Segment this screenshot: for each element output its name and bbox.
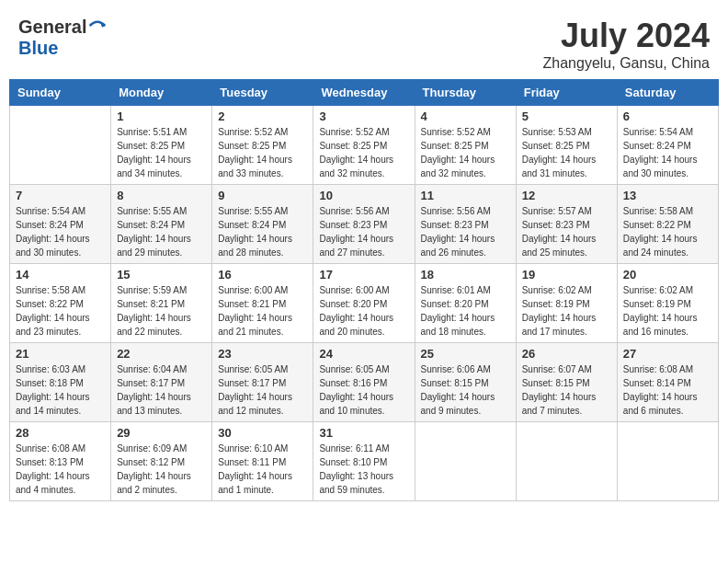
calendar-table: SundayMondayTuesdayWednesdayThursdayFrid… bbox=[9, 79, 719, 501]
day-number: 25 bbox=[421, 347, 510, 361]
calendar-day-cell: 20Sunrise: 6:02 AM Sunset: 8:19 PM Dayli… bbox=[617, 264, 718, 343]
calendar-week-row: 1Sunrise: 5:51 AM Sunset: 8:25 PM Daylig… bbox=[10, 106, 719, 185]
calendar-day-cell bbox=[617, 422, 718, 501]
day-info: Sunrise: 6:11 AM Sunset: 8:10 PM Dayligh… bbox=[319, 442, 408, 497]
logo-general-text: General bbox=[18, 17, 86, 38]
calendar-day-cell bbox=[516, 422, 617, 501]
day-info: Sunrise: 5:51 AM Sunset: 8:25 PM Dayligh… bbox=[117, 125, 206, 180]
calendar-day-cell bbox=[10, 106, 111, 185]
calendar-day-cell: 8Sunrise: 5:55 AM Sunset: 8:24 PM Daylig… bbox=[111, 185, 212, 264]
day-info: Sunrise: 5:59 AM Sunset: 8:21 PM Dayligh… bbox=[117, 283, 206, 339]
day-info: Sunrise: 5:56 AM Sunset: 8:23 PM Dayligh… bbox=[319, 204, 408, 259]
calendar-day-cell: 1Sunrise: 5:51 AM Sunset: 8:25 PM Daylig… bbox=[111, 106, 212, 185]
calendar-day-cell: 12Sunrise: 5:57 AM Sunset: 8:23 PM Dayli… bbox=[516, 185, 617, 264]
day-info: Sunrise: 6:10 AM Sunset: 8:11 PM Dayligh… bbox=[218, 442, 307, 497]
day-number: 16 bbox=[218, 268, 307, 282]
calendar-day-cell: 5Sunrise: 5:53 AM Sunset: 8:25 PM Daylig… bbox=[516, 106, 617, 185]
day-info: Sunrise: 6:03 AM Sunset: 8:18 PM Dayligh… bbox=[16, 362, 105, 418]
day-number: 20 bbox=[623, 268, 712, 282]
calendar-day-cell: 15Sunrise: 5:59 AM Sunset: 8:21 PM Dayli… bbox=[111, 264, 212, 343]
day-of-week-header: Friday bbox=[516, 80, 617, 106]
day-info: Sunrise: 6:08 AM Sunset: 8:14 PM Dayligh… bbox=[623, 362, 712, 418]
day-of-week-header: Saturday bbox=[617, 80, 718, 106]
calendar-day-cell: 14Sunrise: 5:58 AM Sunset: 8:22 PM Dayli… bbox=[10, 264, 111, 343]
day-number: 4 bbox=[421, 109, 510, 123]
day-info: Sunrise: 5:58 AM Sunset: 8:22 PM Dayligh… bbox=[623, 204, 712, 259]
day-number: 10 bbox=[319, 189, 408, 202]
calendar-day-cell: 23Sunrise: 6:05 AM Sunset: 8:17 PM Dayli… bbox=[212, 343, 313, 422]
title-area: July 2024 Zhangyelu, Gansu, China bbox=[543, 17, 710, 72]
calendar-day-cell: 28Sunrise: 6:08 AM Sunset: 8:13 PM Dayli… bbox=[10, 422, 111, 501]
calendar-day-cell: 11Sunrise: 5:56 AM Sunset: 8:23 PM Dayli… bbox=[415, 185, 516, 264]
day-number: 7 bbox=[16, 189, 105, 202]
day-number: 13 bbox=[623, 189, 712, 202]
day-info: Sunrise: 5:54 AM Sunset: 8:24 PM Dayligh… bbox=[623, 125, 712, 180]
calendar-day-cell: 16Sunrise: 6:00 AM Sunset: 8:21 PM Dayli… bbox=[212, 264, 313, 343]
calendar-day-cell: 17Sunrise: 6:00 AM Sunset: 8:20 PM Dayli… bbox=[313, 264, 415, 343]
day-info: Sunrise: 6:02 AM Sunset: 8:19 PM Dayligh… bbox=[522, 283, 611, 339]
calendar-day-cell: 6Sunrise: 5:54 AM Sunset: 8:24 PM Daylig… bbox=[617, 106, 718, 185]
calendar-day-cell: 29Sunrise: 6:09 AM Sunset: 8:12 PM Dayli… bbox=[111, 422, 212, 501]
calendar-week-row: 7Sunrise: 5:54 AM Sunset: 8:24 PM Daylig… bbox=[10, 185, 719, 264]
day-number: 6 bbox=[623, 109, 712, 123]
day-number: 24 bbox=[319, 347, 408, 361]
calendar-day-cell: 2Sunrise: 5:52 AM Sunset: 8:25 PM Daylig… bbox=[212, 106, 313, 185]
day-info: Sunrise: 6:00 AM Sunset: 8:21 PM Dayligh… bbox=[218, 283, 307, 339]
day-info: Sunrise: 5:54 AM Sunset: 8:24 PM Dayligh… bbox=[16, 204, 105, 259]
day-of-week-header: Monday bbox=[111, 80, 212, 106]
day-info: Sunrise: 6:02 AM Sunset: 8:19 PM Dayligh… bbox=[623, 283, 712, 339]
day-of-week-header: Thursday bbox=[415, 80, 516, 106]
calendar-day-cell: 10Sunrise: 5:56 AM Sunset: 8:23 PM Dayli… bbox=[313, 185, 415, 264]
calendar-day-cell bbox=[415, 422, 516, 501]
day-of-week-header: Sunday bbox=[10, 80, 111, 106]
day-number: 14 bbox=[16, 268, 105, 282]
day-number: 30 bbox=[218, 426, 307, 440]
day-number: 22 bbox=[117, 347, 206, 361]
calendar-day-cell: 3Sunrise: 5:52 AM Sunset: 8:25 PM Daylig… bbox=[313, 106, 415, 185]
day-number: 17 bbox=[319, 268, 408, 282]
day-number: 15 bbox=[117, 268, 206, 282]
day-info: Sunrise: 6:04 AM Sunset: 8:17 PM Dayligh… bbox=[117, 362, 206, 418]
day-number: 1 bbox=[117, 109, 206, 123]
day-number: 2 bbox=[218, 109, 307, 123]
day-info: Sunrise: 6:06 AM Sunset: 8:15 PM Dayligh… bbox=[421, 362, 510, 418]
day-info: Sunrise: 6:05 AM Sunset: 8:17 PM Dayligh… bbox=[218, 362, 307, 418]
day-info: Sunrise: 5:58 AM Sunset: 8:22 PM Dayligh… bbox=[16, 283, 105, 339]
logo-icon bbox=[88, 17, 107, 35]
day-info: Sunrise: 6:07 AM Sunset: 8:15 PM Dayligh… bbox=[522, 362, 611, 418]
calendar-week-row: 14Sunrise: 5:58 AM Sunset: 8:22 PM Dayli… bbox=[10, 264, 719, 343]
day-number: 9 bbox=[218, 189, 307, 202]
calendar-day-cell: 22Sunrise: 6:04 AM Sunset: 8:17 PM Dayli… bbox=[111, 343, 212, 422]
logo: General Blue bbox=[18, 17, 107, 59]
day-info: Sunrise: 5:55 AM Sunset: 8:24 PM Dayligh… bbox=[117, 204, 206, 259]
day-info: Sunrise: 5:57 AM Sunset: 8:23 PM Dayligh… bbox=[522, 204, 611, 259]
calendar-day-cell: 4Sunrise: 5:52 AM Sunset: 8:25 PM Daylig… bbox=[415, 106, 516, 185]
day-info: Sunrise: 6:01 AM Sunset: 8:20 PM Dayligh… bbox=[421, 283, 510, 339]
day-info: Sunrise: 5:52 AM Sunset: 8:25 PM Dayligh… bbox=[421, 125, 510, 180]
day-info: Sunrise: 5:56 AM Sunset: 8:23 PM Dayligh… bbox=[421, 204, 510, 259]
day-number: 26 bbox=[522, 347, 611, 361]
calendar-day-cell: 18Sunrise: 6:01 AM Sunset: 8:20 PM Dayli… bbox=[415, 264, 516, 343]
calendar-week-row: 21Sunrise: 6:03 AM Sunset: 8:18 PM Dayli… bbox=[10, 343, 719, 422]
day-of-week-header: Wednesday bbox=[313, 80, 415, 106]
calendar-day-cell: 24Sunrise: 6:05 AM Sunset: 8:16 PM Dayli… bbox=[313, 343, 415, 422]
day-number: 11 bbox=[421, 189, 510, 202]
day-info: Sunrise: 5:52 AM Sunset: 8:25 PM Dayligh… bbox=[218, 125, 307, 180]
calendar-week-row: 28Sunrise: 6:08 AM Sunset: 8:13 PM Dayli… bbox=[10, 422, 719, 501]
day-number: 12 bbox=[522, 189, 611, 202]
day-number: 21 bbox=[16, 347, 105, 361]
day-number: 19 bbox=[522, 268, 611, 282]
day-number: 23 bbox=[218, 347, 307, 361]
day-info: Sunrise: 6:00 AM Sunset: 8:20 PM Dayligh… bbox=[319, 283, 408, 339]
day-info: Sunrise: 5:55 AM Sunset: 8:24 PM Dayligh… bbox=[218, 204, 307, 259]
day-number: 28 bbox=[16, 426, 105, 440]
day-number: 31 bbox=[319, 426, 408, 440]
day-number: 8 bbox=[117, 189, 206, 202]
day-info: Sunrise: 6:05 AM Sunset: 8:16 PM Dayligh… bbox=[319, 362, 408, 418]
calendar-title: July 2024 bbox=[543, 17, 710, 55]
day-number: 18 bbox=[421, 268, 510, 282]
day-of-week-header: Tuesday bbox=[212, 80, 313, 106]
day-number: 3 bbox=[319, 109, 408, 123]
day-info: Sunrise: 5:52 AM Sunset: 8:25 PM Dayligh… bbox=[319, 125, 408, 180]
calendar-day-cell: 26Sunrise: 6:07 AM Sunset: 8:15 PM Dayli… bbox=[516, 343, 617, 422]
